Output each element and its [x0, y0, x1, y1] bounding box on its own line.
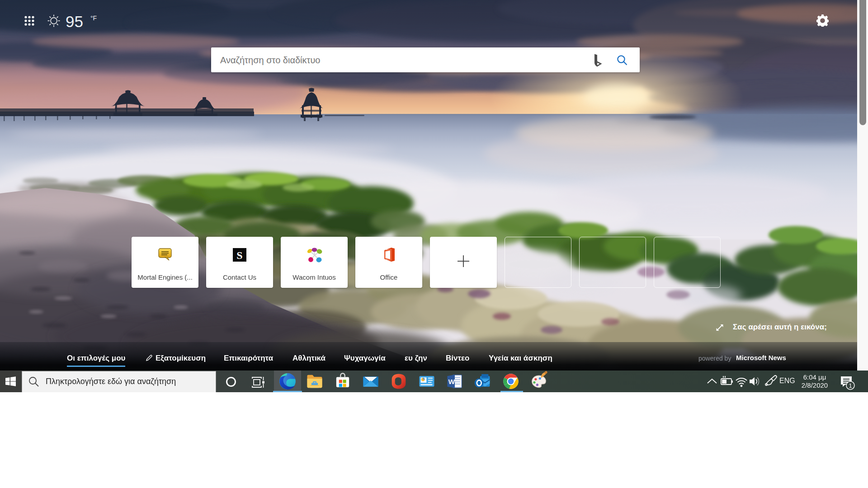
svg-text:S: S: [236, 249, 242, 261]
svg-text:°F: °F: [90, 14, 97, 22]
svg-text:95: 95: [66, 14, 83, 29]
svg-text:W: W: [448, 378, 455, 385]
svg-text:1: 1: [849, 382, 852, 389]
